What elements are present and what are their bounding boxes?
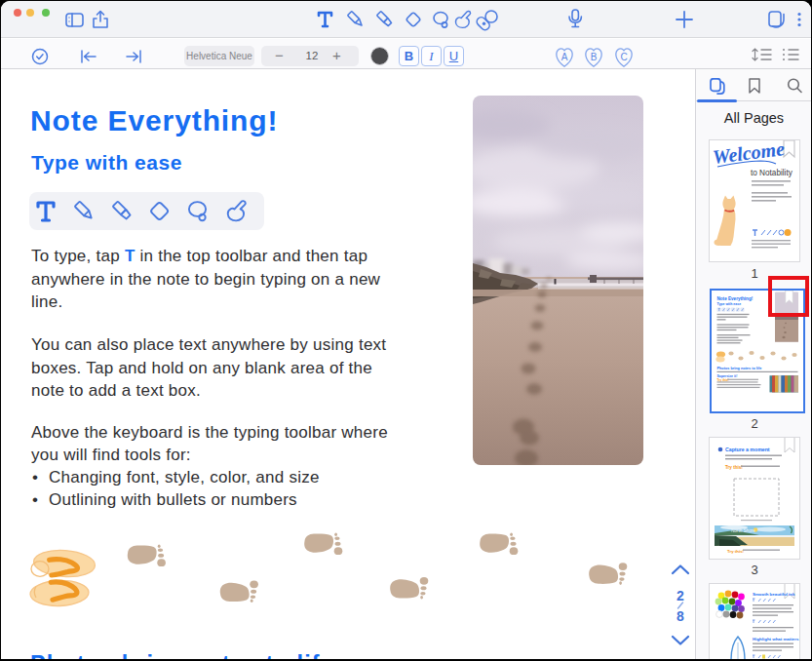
- svg-text:Photos bring notes to life: Photos bring notes to life: [717, 367, 762, 370]
- svg-text:B: B: [591, 52, 598, 62]
- svg-text:2: 2: [677, 588, 684, 603]
- svg-text:C: C: [620, 52, 627, 62]
- svg-text:A: A: [561, 52, 568, 62]
- svg-text:North Shore: North Shore: [731, 528, 755, 533]
- svg-text:Smooth beautiful ink: Smooth beautiful ink: [753, 592, 795, 597]
- svg-text:Note Everything!: Note Everything!: [717, 296, 754, 301]
- svg-text:Highlight what matters: Highlight what matters: [753, 637, 799, 642]
- svg-text:Type with ease: Type with ease: [717, 302, 742, 306]
- svg-text:Capture a moment: Capture a moment: [725, 447, 770, 452]
- svg-text:8: 8: [677, 608, 684, 624]
- svg-text:to Notability: to Notability: [751, 169, 793, 177]
- svg-text:Try this!: Try this!: [725, 465, 743, 470]
- svg-text:Try this!: Try this!: [727, 549, 745, 554]
